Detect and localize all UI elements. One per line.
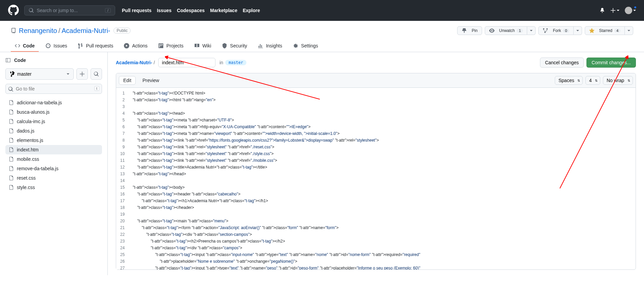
branch-selector[interactable]: master xyxy=(5,68,74,80)
branch-icon xyxy=(10,71,15,77)
repo-separator: / xyxy=(58,27,60,35)
file-item[interactable]: indext.htm xyxy=(5,145,102,154)
tab-actions[interactable]: Actions xyxy=(120,40,151,52)
pin-icon xyxy=(462,28,467,33)
notifications-icon[interactable] xyxy=(600,7,605,14)
tab-code[interactable]: Code xyxy=(11,40,39,52)
file-search-kbd: t xyxy=(94,86,99,91)
tab-pull-requests[interactable]: Pull requests xyxy=(74,40,117,52)
add-file-button[interactable] xyxy=(76,68,88,80)
nav-issues[interactable]: Issues xyxy=(157,8,172,13)
commit-changes-button[interactable]: Commit changes... xyxy=(586,58,636,68)
search-placeholder: Search or jump to... xyxy=(37,8,78,13)
file-item[interactable]: adicionar-na-tabela.js xyxy=(5,98,102,107)
fork-icon xyxy=(543,28,548,33)
breadcrumb: Academia-Nutri- / in master Cancel chang… xyxy=(116,58,636,68)
indent-mode-select[interactable]: Spaces xyxy=(555,76,583,85)
star-dropdown[interactable] xyxy=(625,26,633,35)
unwatch-dropdown[interactable] xyxy=(527,26,536,35)
sidebar-title: Code xyxy=(14,58,26,63)
tab-projects[interactable]: Projects xyxy=(154,40,188,52)
tab-settings[interactable]: Settings xyxy=(289,40,322,52)
search-files-button[interactable] xyxy=(91,68,102,80)
unwatch-button[interactable]: Unwatch 1 xyxy=(485,26,528,35)
search-slash-hint: / xyxy=(105,8,111,13)
go-to-file-input[interactable] xyxy=(5,84,102,94)
star-icon xyxy=(589,28,595,33)
sidebar-toggle-icon[interactable] xyxy=(5,58,11,63)
edit-tab[interactable]: Edit xyxy=(119,76,136,85)
fork-button[interactable]: Fork 0 xyxy=(538,26,573,35)
file-item[interactable]: style.css xyxy=(5,183,102,192)
fork-dropdown[interactable] xyxy=(574,26,582,35)
file-item[interactable]: calcula-imc.js xyxy=(5,117,102,126)
visibility-badge: Public xyxy=(113,28,131,34)
nav-marketplace[interactable]: Marketplace xyxy=(210,8,237,13)
file-item[interactable]: elementos.js xyxy=(5,136,102,145)
nav-pull-requests[interactable]: Pull requests xyxy=(122,8,151,13)
branch-pill: master xyxy=(225,60,246,65)
global-search[interactable]: Search or jump to... / xyxy=(24,5,115,15)
create-new-icon[interactable] xyxy=(610,8,619,13)
tab-insights[interactable]: Insights xyxy=(254,40,286,52)
preview-tab[interactable]: Preview xyxy=(138,76,163,84)
wrap-mode-select[interactable]: No wrap xyxy=(603,76,633,85)
eye-icon xyxy=(489,28,495,33)
editor: Edit Preview Spaces⇅ 4⇅ No wrap⇅ 1234567… xyxy=(116,73,636,270)
tab-security[interactable]: Security xyxy=(218,40,251,52)
nav-codespaces[interactable]: Codespaces xyxy=(177,8,205,13)
user-avatar[interactable] xyxy=(625,7,636,14)
star-button[interactable]: Starred 4 xyxy=(585,26,625,35)
breadcrumb-repo[interactable]: Academia-Nutri- xyxy=(116,60,152,65)
file-item[interactable]: mobile.css xyxy=(5,154,102,164)
repo-name-link[interactable]: Academia-Nutri- xyxy=(62,27,110,35)
file-list: adicionar-na-tabela.jsbusca-alunos.jscal… xyxy=(5,98,102,192)
repo-header: Renangenito / Academia-Nutri- Public Pin… xyxy=(0,21,644,52)
pin-button[interactable]: Pin xyxy=(457,26,482,35)
indent-size-select[interactable]: 4 xyxy=(585,76,600,85)
cancel-changes-button[interactable]: Cancel changes xyxy=(540,58,584,68)
filename-input[interactable] xyxy=(158,58,215,67)
file-item[interactable]: reset.css xyxy=(5,173,102,183)
global-nav: Pull requests Issues Codespaces Marketpl… xyxy=(122,8,260,13)
file-item[interactable]: dados.js xyxy=(5,126,102,136)
github-logo[interactable] xyxy=(8,5,19,16)
tab-issues[interactable]: Issues xyxy=(41,40,71,52)
file-tree-sidebar: Code master t adicionar-na-tabela.jsbusc… xyxy=(0,52,108,275)
file-item[interactable]: busca-alunos.js xyxy=(5,107,102,117)
tab-wiki[interactable]: Wiki xyxy=(190,40,215,52)
nav-explore[interactable]: Explore xyxy=(243,8,260,13)
repo-owner-link[interactable]: Renangenito xyxy=(19,27,57,35)
code-editor-area[interactable]: 1234567891011121314151617181920212223242… xyxy=(116,88,636,269)
repo-icon xyxy=(11,28,16,33)
file-item[interactable]: remove-da-tabela.js xyxy=(5,164,102,173)
global-header: Search or jump to... / Pull requests Iss… xyxy=(0,0,644,21)
